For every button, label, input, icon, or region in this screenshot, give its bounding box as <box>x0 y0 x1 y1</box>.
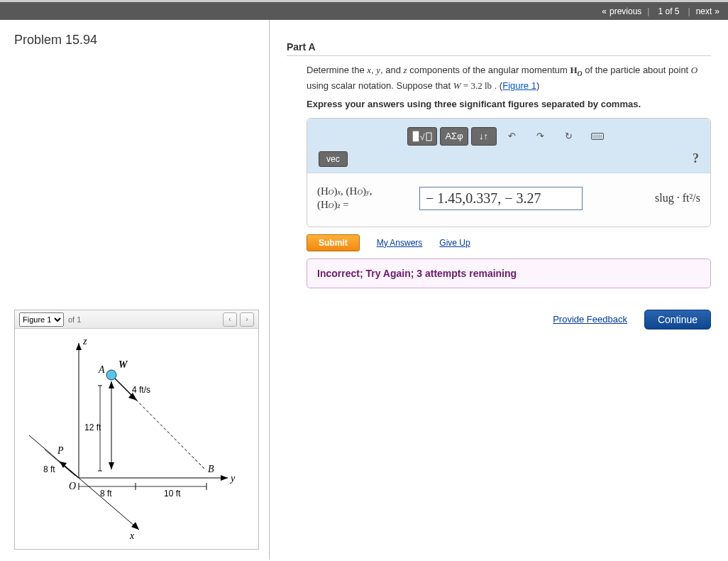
left-panel: Problem 15.94 Figure 1 of 1 ‹ › <box>0 20 270 560</box>
svg-rect-38 <box>413 131 419 141</box>
svg-text:√: √ <box>420 132 425 142</box>
my-answers-link[interactable]: My Answers <box>377 238 423 248</box>
svg-rect-40 <box>426 133 431 141</box>
figure-prev-button[interactable]: ‹ <box>223 312 237 327</box>
svg-line-3 <box>79 478 139 530</box>
figure-select[interactable]: Figure 1 <box>19 312 64 327</box>
give-up-link[interactable]: Give Up <box>439 238 470 248</box>
answer-box: √ ΑΣφ ↓↑ ↶ ↷ ↻ vec ? (HO)x, (HO)y, (HO <box>307 118 711 227</box>
svg-marker-4 <box>76 343 82 350</box>
svg-text:8 ft: 8 ft <box>100 489 112 499</box>
top-nav-bar: « previous | 1 of 5 | next » <box>0 0 728 20</box>
answer-lhs: (HO)x, (HO)y, (HO)z = <box>317 185 409 212</box>
svg-text:12 ft: 12 ft <box>84 423 101 432</box>
svg-text:O: O <box>69 481 76 491</box>
divider: | <box>688 6 690 16</box>
figure-count: of 1 <box>68 315 81 324</box>
svg-text:A: A <box>98 364 105 375</box>
problem-statement: Determine the x, y, and z components of … <box>287 56 711 99</box>
continue-button[interactable]: Continue <box>644 310 711 329</box>
svg-point-12 <box>106 370 116 380</box>
right-panel: Part A Determine the x, y, and z compone… <box>270 20 728 560</box>
svg-text:y: y <box>229 473 236 484</box>
svg-text:x: x <box>129 530 135 541</box>
templates-button[interactable]: √ <box>407 127 437 146</box>
help-button[interactable]: ? <box>693 151 699 166</box>
svg-text:8 ft: 8 ft <box>43 464 55 474</box>
page-counter: 1 of 5 <box>658 6 679 16</box>
figure-link[interactable]: Figure 1 <box>502 80 536 91</box>
subscript-button[interactable]: ↓↑ <box>471 127 497 146</box>
chevron-right-icon: » <box>715 6 719 16</box>
reset-button[interactable]: ↻ <box>556 127 582 146</box>
undo-button[interactable]: ↶ <box>500 127 525 146</box>
problem-title: Problem 15.94 <box>14 33 259 48</box>
svg-marker-5 <box>221 475 228 481</box>
submit-button[interactable]: Submit <box>307 234 360 251</box>
divider: | <box>647 6 649 16</box>
svg-text:P: P <box>57 445 64 456</box>
part-header: Part A <box>287 30 711 56</box>
svg-text:4 ft/s: 4 ft/s <box>132 385 150 395</box>
answer-instructions: Express your answers using three signifi… <box>287 99 711 118</box>
svg-marker-15 <box>109 462 114 469</box>
svg-text:W: W <box>118 359 128 370</box>
provide-feedback-link[interactable]: Provide Feedback <box>553 314 627 325</box>
keyboard-icon <box>591 133 604 140</box>
redo-button[interactable]: ↷ <box>528 127 553 146</box>
svg-text:10 ft: 10 ft <box>164 489 181 499</box>
svg-marker-14 <box>109 381 114 388</box>
vec-button[interactable]: vec <box>319 151 348 167</box>
chevron-left-icon: « <box>602 6 607 16</box>
svg-text:z: z <box>82 336 87 347</box>
figure-panel: Figure 1 of 1 ‹ › <box>14 310 259 550</box>
keyboard-button[interactable] <box>585 127 610 146</box>
next-link[interactable]: next <box>696 6 712 16</box>
svg-marker-6 <box>131 522 139 530</box>
greek-button[interactable]: ΑΣφ <box>440 127 468 146</box>
figure-next-button[interactable]: › <box>240 312 254 327</box>
equation-toolbar: √ ΑΣφ ↓↑ ↶ ↷ ↻ vec ? <box>307 119 710 173</box>
feedback-message: Incorrect; Try Again; 3 attempts remaini… <box>307 258 711 288</box>
figure-diagram: z y x A W P B O 4 ft/s 12 ft 8 ft 8 ft 1… <box>15 329 258 549</box>
answer-units: slug · ft²/s <box>655 192 700 205</box>
svg-text:B: B <box>208 464 214 474</box>
previous-link[interactable]: previous <box>610 6 641 16</box>
figure-toolbar: Figure 1 of 1 ‹ › <box>15 310 258 329</box>
answer-input[interactable]: − 1.45,0.337, − 3.27 <box>419 187 583 210</box>
